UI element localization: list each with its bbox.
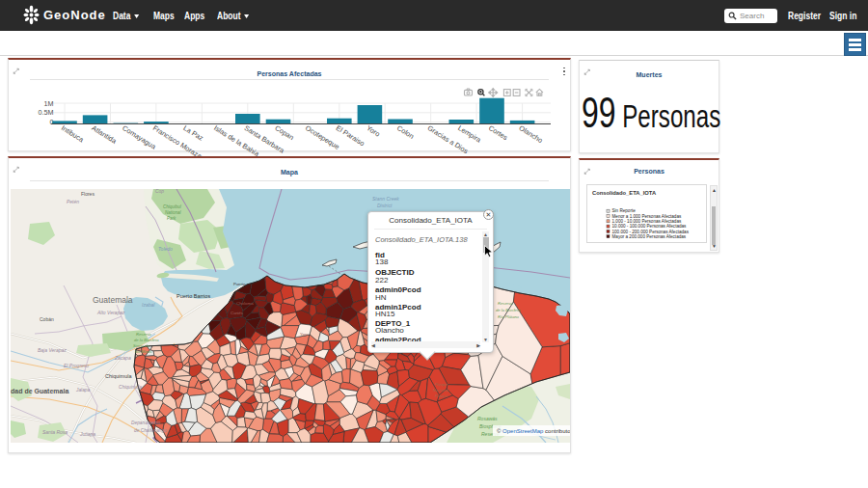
svg-text:© OpenStreetMap contributors.: © OpenStreetMap contributors. — [497, 428, 570, 434]
svg-text:La Paz: La Paz — [182, 123, 205, 143]
svg-text:Mayor a 200.000 Personas Afect: Mayor a 200.000 Personas Afectadas — [612, 234, 687, 239]
svg-text:District: District — [377, 203, 393, 208]
svg-text:Consolidado_ETA_IOTA: Consolidado_ETA_IOTA — [592, 190, 657, 196]
svg-text:Nacional: Nacional — [433, 388, 449, 393]
svg-text:Chiquimula: Chiquimula — [105, 373, 132, 379]
svg-text:Parque: Parque — [435, 382, 448, 387]
svg-text:Jutiapa: Jutiapa — [79, 431, 95, 437]
svg-text:Chiquimula: Chiquimula — [119, 385, 142, 390]
svg-text:Reserva: Reserva — [136, 332, 151, 337]
svg-text:dad de Guatemala: dad de Guatemala — [11, 388, 68, 394]
svg-text:Toledo: Toledo — [158, 246, 173, 252]
svg-text:Puerto: Puerto — [233, 282, 246, 286]
svg-text:Sierra de: Sierra de — [133, 343, 150, 348]
svg-text:Cobán: Cobán — [40, 316, 54, 322]
svg-text:Yoro: Yoro — [300, 332, 309, 337]
svg-text:1.000 - 10.000 Personas Afecta: 1.000 - 10.000 Personas Afectadas — [612, 219, 682, 224]
svg-text:Zacapa: Zacapa — [114, 355, 131, 361]
svg-text:Intibuca: Intibuca — [60, 123, 86, 145]
svg-text:Petén: Petén — [67, 199, 79, 204]
svg-text:0.5M: 0.5M — [39, 108, 54, 117]
svg-text:Olancho: Olancho — [518, 123, 545, 145]
svg-text:Cortés: Cortés — [231, 311, 244, 315]
svg-text:Stann Creek: Stann Creek — [372, 196, 399, 202]
svg-text:Choloma: Choloma — [236, 301, 254, 306]
svg-text:10.000 - 100.000 Personas Afec: 10.000 - 100.000 Personas Afectadas — [612, 224, 688, 229]
svg-text:1M: 1M — [44, 99, 54, 108]
svg-text:Jalapa: Jalapa — [75, 388, 90, 393]
svg-text:Sin Reporte: Sin Reporte — [612, 208, 637, 213]
svg-text:Río Plátano: Río Plátano — [498, 314, 520, 319]
svg-text:Departamento: Departamento — [131, 420, 161, 425]
svg-text:Guatemala: Guatemala — [93, 295, 133, 305]
svg-text:Patuca: Patuca — [435, 393, 448, 398]
svg-text:Menor a 1.000 Personas Afectad: Menor a 1.000 Personas Afectadas — [612, 214, 682, 219]
svg-text:las Minas: las Minas — [135, 349, 153, 354]
svg-text:Chiquibul: Chiquibul — [163, 204, 182, 209]
svg-text:National: National — [165, 210, 182, 215]
svg-text:Rosawás: Rosawás — [477, 416, 498, 421]
svg-text:100.000 - 200.000 Personas Afe: 100.000 - 200.000 Personas Afectadas — [612, 230, 690, 234]
svg-text:Reserva: Reserva — [498, 301, 513, 306]
svg-text:El Progreso: El Progreso — [64, 363, 89, 368]
svg-text:Santa Rosa: Santa Rosa — [42, 429, 68, 435]
svg-text:Cortes: Cortes — [487, 123, 509, 142]
svg-text:Yoro: Yoro — [365, 123, 381, 138]
svg-text:de Chaltenango: de Chaltenango — [134, 428, 167, 433]
svg-text:Alto Verapaz: Alto Verapaz — [96, 310, 125, 315]
svg-text:Flores: Flores — [81, 191, 95, 197]
svg-text:Izabal: Izabal — [142, 302, 155, 308]
svg-text:de la Biosfera: de la Biosfera — [134, 338, 159, 342]
svg-text:Cop: Cop — [155, 189, 164, 194]
svg-text:Baja Verapaz: Baja Verapaz — [38, 347, 67, 353]
svg-text:Park: Park — [167, 216, 176, 221]
svg-text:Colon: Colon — [395, 123, 416, 141]
svg-text:de la Biosfera: de la Biosfera — [496, 308, 521, 312]
svg-text:Puerto Barrios: Puerto Barrios — [176, 293, 210, 299]
svg-text:Copan: Copan — [273, 123, 295, 142]
svg-text:Atlantida: Atlantida — [91, 123, 120, 146]
